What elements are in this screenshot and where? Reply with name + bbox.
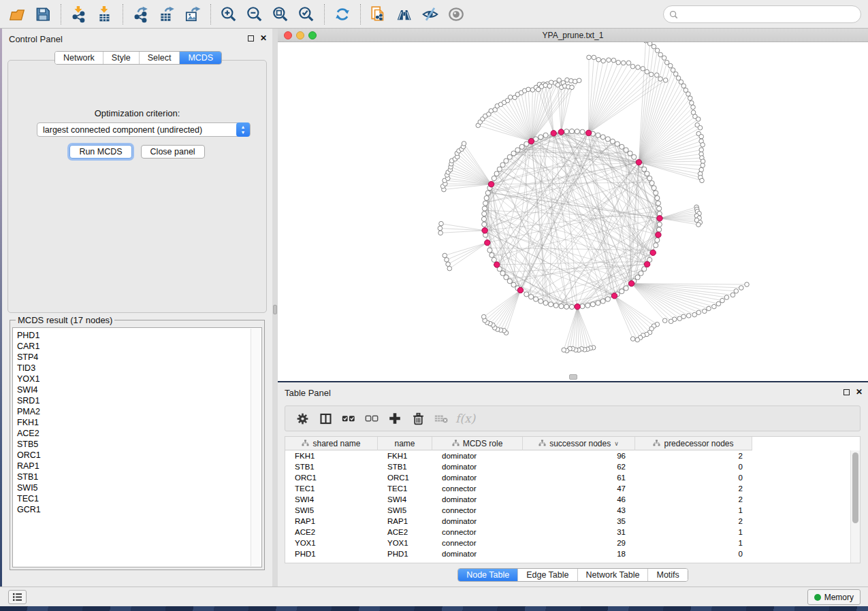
zoom-out-button[interactable] (243, 3, 266, 26)
table-cell[interactable]: 0 (635, 461, 752, 472)
import-table-button[interactable] (93, 3, 116, 26)
select-all-rows-button[interactable] (338, 408, 359, 429)
close-panel-button[interactable]: Close panel (141, 145, 205, 159)
table-cell[interactable]: SWI5 (285, 505, 378, 516)
result-list-item[interactable]: STP4 (17, 352, 249, 363)
table-cell[interactable]: 43 (523, 505, 635, 516)
table-cell[interactable]: TEC1 (378, 483, 432, 494)
result-list-item[interactable]: ORC1 (17, 450, 249, 461)
result-list-item[interactable]: YOX1 (17, 374, 249, 384)
export-table-button[interactable] (155, 3, 178, 26)
table-cell[interactable]: dominator (432, 494, 523, 505)
tab-motifs[interactable]: Motifs (647, 569, 687, 581)
first-neighbors-button[interactable] (393, 3, 416, 26)
tab-mcds[interactable]: MCDS (179, 52, 221, 64)
task-history-button[interactable] (8, 590, 27, 604)
table-cell[interactable]: ACE2 (285, 527, 378, 538)
vertical-splitter-handle[interactable] (273, 305, 277, 314)
table-cell[interactable]: 31 (523, 527, 635, 538)
table-cell[interactable]: 2 (635, 483, 752, 494)
table-cell[interactable]: dominator (432, 516, 523, 527)
table-row[interactable]: RAP1RAP1dominator352 (285, 516, 850, 527)
horizontal-splitter-handle[interactable] (569, 374, 577, 380)
table-cell[interactable]: 35 (523, 516, 635, 527)
table-row[interactable]: STB1STB1dominator620 (285, 461, 850, 472)
criterion-dropdown[interactable]: largest connected component (undirected)… (37, 122, 251, 137)
table-cell[interactable]: SWI4 (285, 494, 378, 505)
import-network-button[interactable] (67, 3, 91, 26)
show-columns-button[interactable] (315, 408, 336, 429)
table-cell[interactable]: SWI4 (378, 494, 432, 505)
network-canvas[interactable] (278, 42, 868, 381)
result-list-item[interactable]: SWI5 (17, 482, 249, 493)
result-list-item[interactable]: RAP1 (17, 461, 249, 472)
apply-layout-button[interactable] (331, 3, 354, 26)
deselect-all-rows-button[interactable] (361, 408, 382, 429)
result-list-item[interactable]: TEC1 (17, 493, 249, 504)
table-cell[interactable]: 2 (635, 494, 752, 505)
memory-button[interactable]: Memory (807, 589, 861, 605)
tab-style[interactable]: Style (103, 52, 139, 64)
result-list-item[interactable]: TID3 (17, 363, 249, 374)
table-cell[interactable]: connector (432, 527, 523, 538)
export-network-button[interactable] (129, 3, 152, 26)
tab-network[interactable]: Network (55, 52, 103, 64)
open-session-button[interactable] (5, 3, 29, 26)
table-cell[interactable]: ORC1 (378, 472, 432, 483)
table-row[interactable]: TEC1TEC1connector472 (285, 483, 850, 494)
create-column-button[interactable] (385, 408, 405, 429)
show-all-button[interactable] (445, 3, 468, 26)
table-row[interactable]: PHD1PHD1dominator180 (285, 548, 850, 559)
table-cell[interactable]: SWI5 (378, 505, 432, 516)
result-list-item[interactable]: FKH1 (17, 417, 249, 428)
table-cell[interactable]: connector (432, 505, 523, 516)
column-header-MCDS-role[interactable]: MCDS role (432, 437, 523, 450)
table-cell[interactable]: YOX1 (285, 538, 378, 548)
result-list-scrollbar[interactable] (251, 329, 261, 566)
table-cell[interactable]: connector (432, 483, 523, 494)
table-cell[interactable]: 1 (635, 505, 752, 516)
table-cell[interactable]: 0 (635, 548, 752, 559)
hide-selected-button[interactable] (419, 3, 442, 26)
result-list-item[interactable]: CAR1 (17, 341, 249, 352)
zoom-in-button[interactable] (217, 3, 240, 26)
tab-edge-table[interactable]: Edge Table (517, 569, 577, 581)
column-header-name[interactable]: name (378, 437, 432, 450)
table-cell[interactable]: PHD1 (285, 548, 378, 559)
delete-columns-button[interactable] (408, 408, 428, 429)
table-cell[interactable]: STB1 (285, 461, 378, 472)
table-cell[interactable]: 2 (635, 450, 752, 461)
result-list-item[interactable]: PHD1 (17, 330, 249, 341)
table-cell[interactable]: 96 (523, 450, 635, 461)
table-cell[interactable]: dominator (432, 548, 523, 559)
float-panel-icon[interactable] (248, 35, 254, 42)
column-header-predecessor-nodes[interactable]: predecessor nodes (635, 437, 752, 450)
result-list-item[interactable]: ACE2 (17, 428, 249, 439)
zoom-selected-button[interactable] (295, 3, 318, 26)
result-list-item[interactable]: STB1 (17, 472, 249, 482)
table-scrollbar-thumb[interactable] (852, 452, 858, 523)
table-row[interactable]: SWI4SWI4dominator462 (285, 494, 850, 505)
table-row[interactable]: ACE2ACE2connector311 (285, 527, 850, 538)
table-row[interactable]: YOX1YOX1connector291 (285, 538, 850, 548)
table-cell[interactable]: 2 (635, 516, 752, 527)
table-cell[interactable]: 1 (635, 527, 752, 538)
table-cell[interactable]: 18 (523, 548, 635, 559)
table-cell[interactable]: TEC1 (285, 483, 378, 494)
table-cell[interactable]: PHD1 (378, 548, 432, 559)
table-cell[interactable]: YOX1 (378, 538, 432, 548)
float-table-panel-icon[interactable] (843, 389, 850, 395)
result-list-item[interactable]: GCR1 (17, 504, 249, 515)
table-cell[interactable]: STB1 (378, 461, 432, 472)
table-options-gear-button[interactable] (292, 408, 312, 429)
table-cell[interactable]: 29 (523, 538, 635, 548)
table-cell[interactable]: dominator (432, 472, 523, 483)
result-list-item[interactable]: SRD1 (17, 395, 249, 406)
new-network-from-selection-button[interactable] (367, 3, 390, 26)
run-mcds-button[interactable]: Run MCDS (69, 145, 131, 159)
result-list-item[interactable]: PMA2 (17, 406, 249, 417)
search-input[interactable] (678, 7, 861, 21)
table-cell[interactable]: 46 (523, 494, 635, 505)
table-row[interactable]: SWI5SWI5connector431 (285, 505, 850, 516)
table-cell[interactable]: RAP1 (285, 516, 378, 527)
